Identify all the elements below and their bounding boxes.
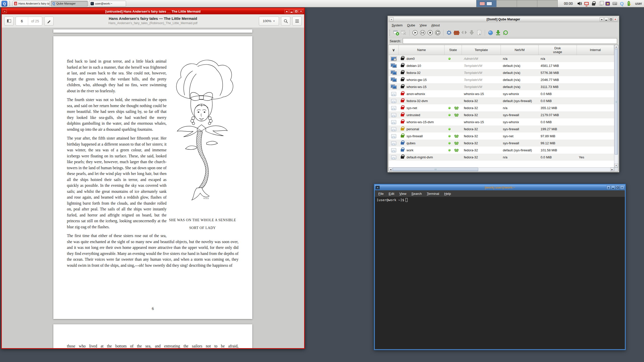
scroll-up-arrow[interactable]: ▲ (614, 45, 618, 49)
remove-qube-button[interactable] (400, 29, 407, 36)
menu-view[interactable]: View (417, 23, 429, 28)
battery-icon[interactable] (626, 1, 632, 7)
shade-button[interactable] (600, 17, 604, 21)
qube-row[interactable]: whonix-ws-15 TemplateVM default (n/a) 31… (389, 83, 614, 90)
qube-logs-button[interactable]: a (476, 29, 482, 36)
qube-row[interactable]: sys-firewall fedora-32 sys-net 97.89 MiB (389, 132, 614, 140)
workspace-3[interactable] (517, 0, 537, 7)
qube-row[interactable]: whonix-ws-15-dvm whonix-ws-15 sys-whonix… (389, 118, 614, 125)
vertical-scrollbar[interactable]: ▲ ▼ (614, 45, 618, 167)
update-qube-button[interactable] (468, 29, 475, 36)
menu-help[interactable]: Help (442, 191, 454, 196)
keyring-icon[interactable] (591, 1, 597, 7)
column-header-disk-usage[interactable]: Disk usage (539, 45, 577, 55)
pause-qube-button[interactable] (419, 29, 426, 36)
workspace-2[interactable] (497, 0, 517, 7)
shell-prompt: [user@work ~]$ (377, 198, 404, 202)
qube-row[interactable]: debian-10 TemplateVM default (n/a) 4581.… (389, 62, 614, 69)
maximize-button[interactable] (616, 186, 620, 190)
global-settings-button[interactable] (487, 29, 494, 36)
window-menu-icon[interactable]: ▾ (389, 17, 393, 21)
search-input[interactable] (403, 38, 617, 44)
qube-manager-titlebar[interactable]: ▾ [Dom0] Qube Manager ✕ (388, 17, 618, 22)
sidebar-toggle-button[interactable] (4, 17, 14, 26)
pdf-window-titlebar[interactable]: ▾ [untrusted] Hans Andersen's fairy tale… (2, 8, 304, 14)
restore-backup-button[interactable] (502, 29, 509, 36)
shade-button[interactable] (285, 10, 289, 13)
disk-icon[interactable] (612, 1, 618, 7)
menu-file[interactable]: File (376, 191, 386, 196)
column-header-template[interactable]: Template (462, 45, 501, 55)
shade-button[interactable] (607, 186, 611, 190)
qube-row[interactable]: whonix-gw-15 TemplateVM default (n/a) 20… (389, 76, 614, 83)
clone-qube-button[interactable] (461, 29, 467, 36)
qube-row[interactable]: fedora-32-dvm fedora-32 default (sys-fir… (389, 97, 614, 104)
shutdown-qube-button[interactable] (427, 29, 433, 36)
clipboard-icon[interactable] (598, 1, 604, 7)
qube-row[interactable]: dom0 AdminVM n/a n/a (389, 55, 614, 62)
workspace-1[interactable] (476, 0, 497, 7)
menu-qube[interactable]: Qube (405, 23, 417, 28)
close-button[interactable]: ✕ (299, 10, 303, 13)
menu-terminal[interactable]: Terminal (424, 191, 442, 196)
window-menu-icon[interactable]: ▾ (376, 186, 380, 189)
qube-row[interactable]: default-mgmt-dvm fedora-32 n/a 0.0 MiB Y… (389, 154, 614, 161)
volume-icon[interactable] (577, 1, 583, 7)
window-menu-icon[interactable]: ▾ (3, 10, 7, 13)
minimize-button[interactable] (289, 10, 294, 13)
page-number-box[interactable]: 6 of 25 (16, 17, 42, 26)
taskbar-item-terminal[interactable]: user@work:~ (89, 1, 126, 7)
menu-button[interactable] (292, 17, 302, 26)
taskbar-item-pdf[interactable]: Hans Andersen's fairy ta... (13, 1, 50, 7)
expand-column-header[interactable]: ∨ (389, 45, 399, 55)
start-qube-button[interactable] (412, 29, 418, 36)
column-header-internal[interactable]: Internal (577, 45, 614, 55)
column-header-netvm[interactable]: NetVM (501, 45, 539, 55)
horizontal-scrollbar[interactable]: ◀ ▶ (389, 167, 614, 171)
minimize-button[interactable] (611, 186, 615, 190)
qube-row[interactable]: qubes fedora-32 sys-firewall 99.12 MiB (389, 140, 614, 147)
maximize-button[interactable] (609, 17, 613, 21)
menu-view[interactable]: View (397, 191, 409, 196)
qubes-app-menu-button[interactable]: Q (2, 1, 7, 7)
close-button[interactable]: ✕ (613, 17, 617, 21)
annotate-button[interactable] (44, 17, 54, 26)
qube-row[interactable]: sys-net fedora-32 n/a 355.12 MiB (389, 104, 614, 111)
menu-system[interactable]: System (389, 23, 405, 28)
qubes-icon[interactable]: Q (619, 1, 625, 7)
page-number-input[interactable]: 6 (16, 19, 28, 23)
maximize-button[interactable] (294, 10, 298, 13)
qube-row[interactable]: untrusted fedora-32 sys-firewall 2179.07… (389, 111, 614, 118)
untrusted-display-icon[interactable] (584, 1, 590, 7)
menu-search[interactable]: Search (409, 191, 424, 196)
qube-settings-button[interactable] (446, 29, 452, 36)
firewall-rules-button[interactable] (453, 29, 460, 36)
backup-qubes-button[interactable] (495, 29, 501, 36)
devices-icon[interactable] (605, 1, 611, 7)
close-button[interactable]: ✕ (620, 186, 624, 190)
qube-row[interactable]: personal fedora-32 sys-firewall 199.27 M… (389, 125, 614, 132)
zoom-level-dropdown[interactable]: 100%▼ (259, 17, 279, 26)
taskbar-item-qube-manager[interactable]: Q Qube Manager (51, 1, 88, 7)
terminal-titlebar[interactable]: ▾ [work] user@work:~ ✕ (375, 185, 625, 190)
scroll-down-arrow[interactable]: ▼ (614, 164, 618, 167)
scroll-right-arrow[interactable]: ▶ (610, 168, 614, 171)
scroll-left-arrow[interactable]: ◀ (389, 168, 392, 171)
new-qube-button[interactable] (393, 29, 399, 36)
qube-row[interactable]: anon-whonix whonix-ws-15 sys-whonix 0.0 … (389, 90, 614, 97)
terminal-screen[interactable]: [user@work ~]$ (375, 197, 625, 349)
column-header-state[interactable]: State (445, 45, 462, 55)
scrollbar-handle[interactable] (393, 168, 478, 171)
workspace-4[interactable] (537, 0, 558, 7)
qube-row[interactable]: work fedora-32 default (sys-firewall) 10… (389, 147, 614, 154)
qube-row[interactable]: fedora-32 TemplateVM default (n/a) 5776.… (389, 69, 614, 76)
outdated-indicator (454, 149, 458, 152)
scrollbar-handle[interactable] (615, 49, 618, 155)
menu-edit[interactable]: Edit (386, 191, 397, 196)
column-header-name[interactable]: Name (399, 45, 445, 55)
menu-about[interactable]: About (429, 23, 442, 28)
restart-qube-button[interactable] (434, 29, 441, 36)
search-button[interactable] (281, 17, 290, 26)
pdf-content-area[interactable]: W.H.R SHE WAS ON THE WHOLE A SENSIBLE SO… (2, 28, 304, 348)
minimize-button[interactable] (604, 17, 608, 21)
